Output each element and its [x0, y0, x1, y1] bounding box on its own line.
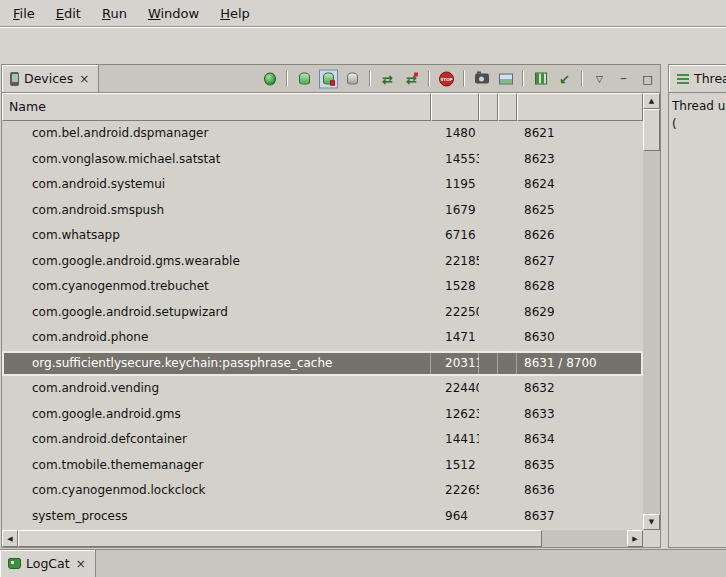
process-pid: 1480	[431, 121, 479, 147]
tab-logcat[interactable]: LogCat ×	[0, 550, 96, 577]
menu-help[interactable]: Help	[211, 2, 259, 25]
tab-threads[interactable]: Threads	[669, 65, 726, 92]
process-port: 8631 / 8700	[517, 351, 643, 377]
table-row[interactable]: com.bel.android.dspmanager 1480 8621	[2, 121, 643, 147]
grid-icon	[535, 73, 547, 85]
column-header-pid[interactable]	[431, 93, 479, 121]
scroll-left-button[interactable]: ◀	[2, 530, 18, 547]
logcat-icon	[8, 558, 21, 569]
devices-panel: Devices × ⇄ ⇄ STOP ↙ ▽ ─ □ N	[1, 64, 661, 548]
view-menu-button[interactable]: ▽	[590, 69, 609, 88]
minimize-icon: ─	[621, 74, 626, 83]
vertical-scrollbar[interactable]: ▲ ▼	[643, 93, 660, 530]
table-row[interactable]: com.android.defcontainer 14411 8634	[2, 427, 643, 453]
process-name: system_process	[2, 504, 431, 530]
process-port: 8636	[517, 478, 643, 504]
process-name: com.google.android.gms	[2, 402, 431, 428]
ddms-window: { "menubar": { "items": [ { "label": "Fi…	[0, 0, 726, 577]
column-header-b[interactable]	[498, 93, 517, 121]
empty-cell	[479, 121, 498, 147]
scroll-down-button[interactable]: ▼	[643, 514, 660, 530]
scroll-right-button[interactable]: ▶	[627, 530, 643, 547]
ui-hierarchy-button[interactable]	[496, 69, 515, 88]
threads-panel: Threads Thread up (	[668, 64, 726, 548]
process-port: 8626	[517, 223, 643, 249]
maximize-button[interactable]: □	[638, 69, 657, 88]
table-row[interactable]: com.google.android.gms.wearable 22185 86…	[2, 249, 643, 275]
column-header-name[interactable]: Name	[2, 93, 431, 121]
table-row[interactable]: com.whatsapp 6716 8626	[2, 223, 643, 249]
screen-capture-button[interactable]	[472, 69, 491, 88]
process-pid: 1679	[431, 198, 479, 224]
process-name: com.cyanogenmod.trebuchet	[2, 274, 431, 300]
minimize-button[interactable]: ─	[614, 69, 633, 88]
threads-refresh-icon: ⇄	[382, 72, 393, 85]
table-row[interactable]: com.cyanogenmod.lockclock 22265 8636	[2, 478, 643, 504]
threads-tabbar: Threads	[669, 65, 726, 93]
stop-process-button[interactable]: STOP	[437, 69, 456, 88]
column-header-a[interactable]	[479, 93, 498, 121]
gc-icon	[347, 73, 358, 85]
process-table: Name com.bel.android.dspmanager 1480 862…	[2, 93, 660, 547]
cause-gc-button[interactable]	[343, 69, 362, 88]
process-pid: 22185	[431, 249, 479, 275]
maximize-icon: □	[642, 73, 652, 84]
process-port: 8628	[517, 274, 643, 300]
close-icon[interactable]: ×	[78, 73, 90, 85]
horizontal-scroll-thumb[interactable]	[18, 530, 542, 547]
empty-cell	[479, 249, 498, 275]
update-heap-button[interactable]	[295, 69, 314, 88]
hprof-red-mark-icon	[330, 80, 335, 85]
empty-cell	[498, 121, 517, 147]
threads-message: Thread up (	[669, 93, 726, 137]
table-row[interactable]: com.android.vending 22440 8632	[2, 376, 643, 402]
process-pid: 22440	[431, 376, 479, 402]
menubar: File Edit Run Window Help	[0, 0, 726, 27]
process-pid: 22250	[431, 300, 479, 326]
empty-cell	[498, 300, 517, 326]
column-header-port[interactable]	[517, 93, 643, 121]
toolbar-separator	[581, 71, 583, 87]
pixel-perfect-button[interactable]: ↙	[555, 69, 574, 88]
dump-hprof-button[interactable]	[319, 69, 338, 88]
table-row[interactable]: system_process 964 8637	[2, 504, 643, 530]
table-header: Name	[2, 93, 643, 121]
table-row[interactable]: com.google.android.setupwizard 22250 862…	[2, 300, 643, 326]
table-row[interactable]: com.android.smspush 1679 8625	[2, 198, 643, 224]
menu-window[interactable]: Window	[139, 2, 208, 25]
process-name: com.android.systemui	[2, 172, 431, 198]
table-row[interactable]: com.tmobile.thememanager 1512 8635	[2, 453, 643, 479]
empty-cell	[498, 325, 517, 351]
process-pid: 1471	[431, 325, 479, 351]
debug-process-button[interactable]	[260, 69, 279, 88]
table-row[interactable]: com.cyanogenmod.trebuchet 1528 8628	[2, 274, 643, 300]
horizontal-scrollbar[interactable]: ◀ ▶	[2, 530, 643, 547]
grid-view-button[interactable]	[531, 69, 550, 88]
process-name: com.android.smspush	[2, 198, 431, 224]
diagonal-arrow-icon: ↙	[559, 72, 570, 85]
empty-cell	[479, 223, 498, 249]
table-row[interactable]: com.android.phone 1471 8630	[2, 325, 643, 351]
scroll-up-button[interactable]: ▲	[643, 93, 660, 109]
table-row[interactable]: com.vonglasow.michael.satstat 14553 8623	[2, 147, 643, 173]
menu-file[interactable]: File	[4, 2, 44, 25]
table-row[interactable]: com.google.android.gms 12623 8633	[2, 402, 643, 428]
tab-logcat-label: LogCat	[26, 556, 70, 571]
devices-toolbar: ⇄ ⇄ STOP ↙ ▽ ─ □	[260, 69, 657, 88]
close-icon[interactable]: ×	[75, 558, 87, 570]
tab-devices[interactable]: Devices ×	[2, 65, 99, 92]
empty-cell	[479, 504, 498, 530]
vertical-scroll-thumb[interactable]	[643, 109, 660, 151]
table-row[interactable]: com.android.systemui 1195 8624	[2, 172, 643, 198]
update-threads-button[interactable]: ⇄	[378, 69, 397, 88]
process-port: 8629	[517, 300, 643, 326]
menu-run[interactable]: Run	[93, 2, 136, 25]
process-name: com.tmobile.thememanager	[2, 453, 431, 479]
toolbar-separator	[369, 71, 371, 87]
table-row[interactable]: org.sufficientlysecure.keychain:passphra…	[2, 351, 643, 377]
tab-devices-label: Devices	[24, 71, 73, 86]
method-profiling-button[interactable]: ⇄	[402, 69, 421, 88]
process-name: com.android.defcontainer	[2, 427, 431, 453]
menu-edit[interactable]: Edit	[47, 2, 90, 25]
empty-cell	[479, 325, 498, 351]
